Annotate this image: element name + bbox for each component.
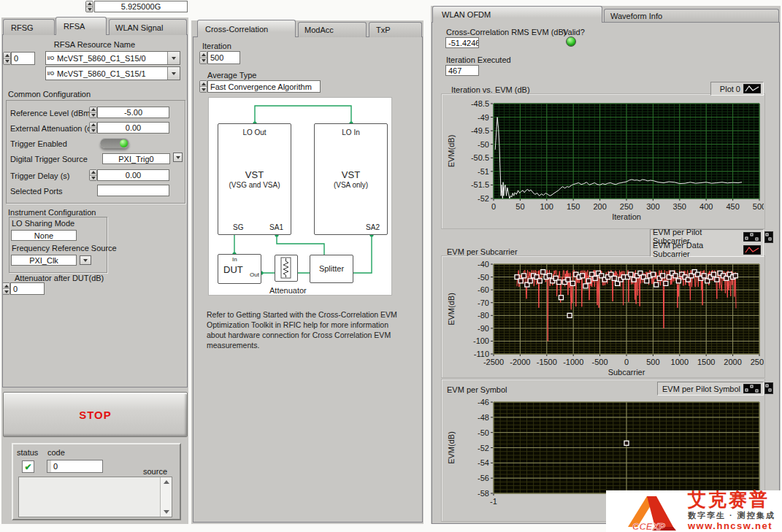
cross-correlation-tab-body [193, 36, 423, 523]
scroll-up-icon[interactable] [161, 477, 172, 487]
source-field [18, 477, 172, 517]
right-panel: WLAN OFDM Waveform Info Cross-Correlatio… [431, 0, 781, 524]
tab-wlan-signal[interactable]: WLAN Signal [109, 19, 187, 35]
accexp-a-icon: CCEXP [612, 490, 692, 532]
status-label: status [17, 448, 38, 457]
wlan-ofdm-tab-body [432, 22, 780, 524]
frequency-field[interactable]: 5.925000G [94, 1, 188, 12]
tab-rfsa[interactable]: RFSA [55, 17, 107, 35]
frequency-stepper[interactable] [85, 1, 93, 12]
middle-panel: Cross-Correlation ModAcc TxP Iteration 5… [191, 20, 423, 524]
accexp-wordmark: CCEXP [632, 521, 665, 532]
code-field-gutter [47, 460, 51, 472]
tab-cross-correlation[interactable]: Cross-Correlation [197, 20, 296, 37]
brand-name-cn: 艾克赛普 [688, 487, 770, 512]
application-window: 5.925000G RFSG RFSA WLAN Signal RFSA Res… [0, 0, 782, 532]
checkmark-icon: ✔ [24, 462, 31, 472]
right-top-strip [431, 0, 781, 6]
left-panel: 5.925000G RFSG RFSA WLAN Signal RFSA Res… [1, 0, 188, 524]
error-cluster: status ✔ code 0 source [12, 443, 181, 520]
scroll-down-icon[interactable] [161, 507, 172, 517]
status-indicator: ✔ [22, 460, 34, 473]
source-scrollbar[interactable] [160, 477, 172, 517]
brand-tagline: 数字孪生 · 测控集成 [688, 510, 775, 521]
tab-waveform-info[interactable]: Waveform Info [604, 9, 779, 22]
tab-wlan-ofdm[interactable]: WLAN OFDM [432, 6, 602, 23]
tab-rfsg[interactable]: RFSG [3, 19, 55, 35]
accexp-logo: CCEXP 艾克赛普 数字孪生 · 测控集成 www.hncsw.net [606, 490, 782, 532]
brand-url: www.hncsw.net [688, 520, 773, 531]
code-field: 0 [47, 460, 103, 473]
rfsa-tab-body [2, 34, 188, 388]
source-label: source [143, 467, 167, 476]
tab-txp[interactable]: TxP [369, 22, 422, 37]
decrement-button[interactable] [86, 7, 93, 12]
tab-modacc[interactable]: ModAcc [298, 22, 367, 37]
code-value: 0 [53, 462, 58, 471]
code-label: code [47, 448, 65, 457]
stop-button[interactable]: STOP [3, 392, 188, 437]
